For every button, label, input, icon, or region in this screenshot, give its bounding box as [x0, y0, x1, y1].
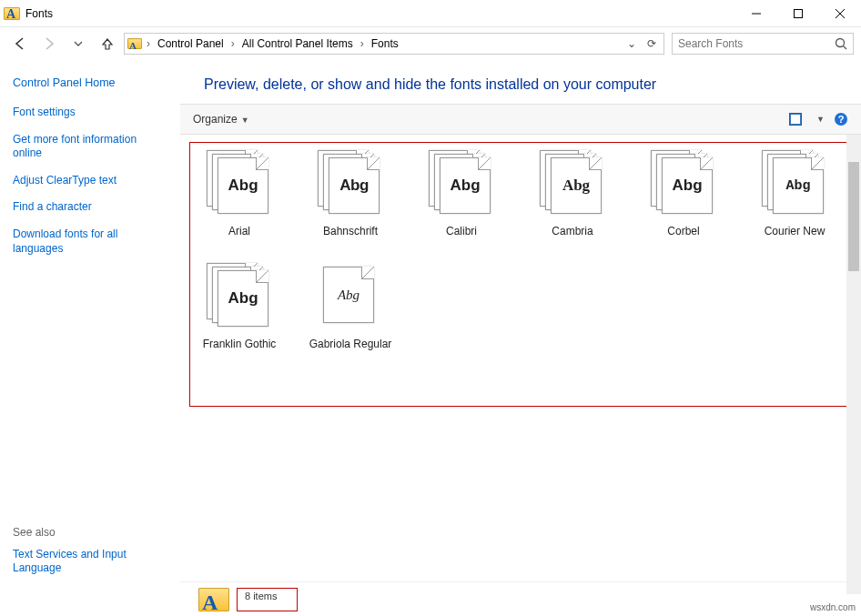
font-item[interactable]: AbgCorbel [640, 150, 727, 237]
search-icon[interactable] [835, 37, 847, 50]
font-item[interactable]: AbgArial [196, 150, 283, 237]
chevron-right-icon[interactable]: › [229, 37, 237, 50]
help-button[interactable]: ? [834, 112, 848, 126]
font-grid-selection: AbgArialAbgBahnschriftAbgCalibriAbgCambr… [189, 142, 852, 407]
font-name-label: Calibri [446, 225, 477, 237]
font-sample: Abg [338, 288, 360, 303]
item-count: 8 items [237, 588, 298, 611]
address-bar[interactable]: A › Control Panel › All Control Panel It… [124, 33, 664, 55]
font-sample: Abg [228, 177, 258, 195]
view-dropdown[interactable]: ▼ [816, 115, 825, 124]
font-item[interactable]: AbgFranklin Gothic [196, 263, 283, 350]
window-title: Fonts [24, 7, 53, 20]
sidebar-link-font-settings[interactable]: Font settings [13, 106, 167, 120]
svg-point-4 [836, 39, 845, 47]
font-name-label: Cambria [552, 225, 593, 237]
font-name-label: Bahnschrift [323, 225, 378, 237]
svg-line-5 [844, 46, 847, 50]
font-sample: Abg [450, 177, 480, 195]
see-also-label: See also [13, 526, 177, 539]
font-item[interactable]: AbgCalibri [418, 150, 505, 237]
chevron-right-icon[interactable]: › [145, 37, 152, 50]
see-also-link[interactable]: Text Services and Input Language [13, 548, 177, 576]
scrollbar-thumb[interactable] [848, 162, 859, 271]
font-name-label: Courier New [765, 225, 826, 237]
breadcrumb-item[interactable]: All Control Panel Items [238, 34, 357, 54]
font-sample: Abg [339, 177, 369, 195]
nav-row: A › Control Panel › All Control Panel It… [0, 27, 861, 60]
status-bar: A 8 items [180, 581, 861, 616]
font-sample: Abg [672, 177, 702, 195]
chevron-down-icon: ▼ [238, 116, 249, 125]
address-dropdown[interactable]: ⌄ [622, 37, 642, 50]
toolbar: Organize▼ ▼ ? [180, 104, 861, 135]
font-item[interactable]: AbgBahnschrift [307, 150, 394, 237]
address-folder-icon: A [127, 38, 143, 49]
sidebar-link-cleartype[interactable]: Adjust ClearType text [13, 174, 167, 188]
watermark: wsxdn.com [810, 602, 856, 612]
font-name-label: Corbel [667, 225, 699, 237]
chevron-right-icon[interactable]: › [359, 37, 366, 50]
font-sample: Abg [228, 289, 258, 308]
status-folder-icon: A [198, 588, 229, 611]
font-sample: Abg [785, 178, 810, 194]
font-name-label: Gabriola Regular [309, 338, 392, 350]
search-input[interactable] [678, 37, 835, 50]
scrollbar[interactable] [846, 135, 861, 594]
font-sample: Abg [562, 177, 590, 195]
font-name-label: Franklin Gothic [203, 338, 277, 350]
organize-menu[interactable]: Organize▼ [193, 113, 249, 126]
control-panel-home-link[interactable]: Control Panel Home [13, 76, 167, 89]
font-name-label: Arial [228, 225, 250, 237]
svg-text:?: ? [838, 114, 845, 125]
sidebar-link-find-character[interactable]: Find a character [13, 200, 167, 215]
breadcrumb-item[interactable]: Control Panel [154, 34, 228, 54]
font-grid: AbgArialAbgBahnschriftAbgCalibriAbgCambr… [196, 150, 846, 351]
sidebar-link-download-fonts[interactable]: Download fonts for all languages [13, 227, 167, 256]
refresh-button[interactable]: ⟳ [642, 37, 662, 50]
breadcrumb-item[interactable]: Fonts [368, 34, 402, 54]
font-item[interactable]: AbgCambria [529, 150, 616, 237]
up-button[interactable] [95, 31, 120, 56]
main-panel: Preview, delete, or show and hide the fo… [180, 60, 861, 594]
minimize-button[interactable] [735, 0, 777, 27]
back-button[interactable] [7, 31, 33, 56]
maximize-button[interactable] [777, 0, 819, 27]
svg-rect-1 [795, 9, 803, 17]
app-icon: A [0, 7, 24, 20]
search-box[interactable] [672, 33, 854, 55]
font-item[interactable]: AbgCourier New [751, 150, 838, 237]
page-title: Preview, delete, or show and hide the fo… [180, 60, 861, 104]
titlebar: A Fonts [0, 0, 861, 27]
svg-rect-7 [791, 115, 800, 124]
view-options-button[interactable] [789, 113, 807, 126]
recent-dropdown[interactable] [66, 31, 91, 56]
forward-button[interactable] [36, 31, 62, 56]
close-button[interactable] [819, 0, 861, 27]
sidebar-link-more-info[interactable]: Get more font information online [13, 133, 167, 161]
font-item[interactable]: AbgGabriola Regular [307, 263, 394, 350]
sidebar: Control Panel Home Font settings Get mor… [0, 60, 180, 594]
